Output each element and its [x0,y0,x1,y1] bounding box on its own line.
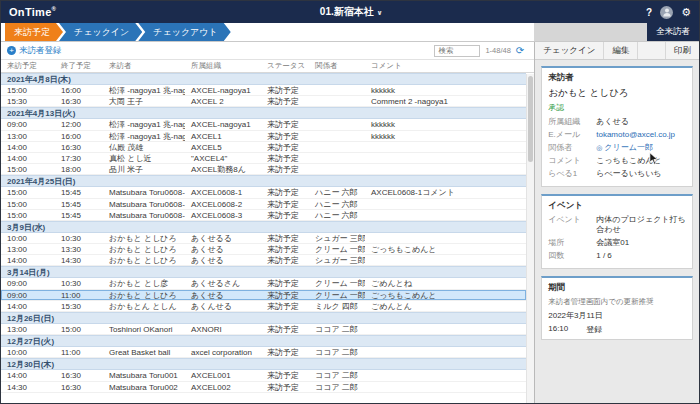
period-section-title: 期間 [548,282,686,294]
cell-end: 12:00 [55,119,103,129]
cell-start: 15:30 [1,96,55,106]
cell-comment: kkkkkk [365,119,526,129]
cell-visitor: おかもとん としん [103,301,185,311]
cell-status: 来訪予定 [261,301,309,311]
table-row[interactable]: 09:0012:00松澤 -nagoya1 兆-nagoya1AXCEL-nag… [1,119,526,130]
cell-status: 来訪予定 [261,255,309,265]
panel-checkin-button[interactable]: チェックイン [535,42,604,59]
cell-related: ココア 二郎 [309,324,365,334]
field-value[interactable]: tokamoto@axcel.co.jp [596,130,686,140]
table-row[interactable]: 13:0015:00Toshinori OKanoriAXNORI来訪予定ココア… [1,324,526,335]
table-row[interactable]: 13:0016:00松澤 -nagoya1 兆-nagoya1AXCEL1来訪予… [1,131,526,142]
table-row[interactable]: 14:0016:30Matsubara Toru001AXCEL001来訪予定コ… [1,370,526,381]
column-header: ステータス [261,61,309,71]
cell-start: 15:00 [1,85,55,95]
table-row[interactable]: 10:0011:00Great Basket ballaxcel corpora… [1,347,526,358]
column-header: 来訪者 [103,61,185,71]
person-circle-icon: ◎ [596,144,602,153]
date-group-header[interactable]: 2021年4月25日(日) [1,175,526,187]
cell-start: 14:00 [1,142,55,152]
table-row[interactable]: 15:0016:00松澤 -nagoya1 兆-nagoya1AXCEL-nag… [1,85,526,96]
detail-field: E.メールtokamoto@axcel.co.jp [548,130,686,140]
cell-related: クリーム 一郎 [309,290,365,300]
field-label: 回数 [548,251,596,261]
date-group-header[interactable]: 12月27日(火) [1,335,526,347]
cell-related: ココア 二郎 [309,347,365,357]
date-group-header[interactable]: 12月26日(日) [1,312,526,324]
table-row[interactable]: 09:0010:30おかもと とし彦あくせるさん来訪予定クリーム 一郎ごめんとね [1,278,526,289]
cell-org: あくせる [185,290,261,300]
table-row[interactable]: 15:3016:30大岡 王子AXCEL 2来訪予定Comment 2 -nag… [1,96,526,107]
detail-field: コメントこっちもこめんと [548,156,686,166]
cell-start: 15:00 [1,199,55,209]
event-fields: イベント内体のプロジェクト打ち合わせ場所会議室01回数1 / 6 [548,215,686,261]
table-row[interactable]: 15:0015:45Matsubara Toru0608-2AXCEL0608-… [1,199,526,210]
detail-panel-body: 来訪者 おかもと としひろ 承認 所属組織あくせるE.メールtokamoto@a… [535,60,699,403]
field-value: こっちもこめんと [596,156,686,166]
tab-checkout[interactable]: チェックアウト [138,23,230,41]
date-group-header[interactable]: 2021年4月8日(木) [1,73,526,85]
cell-comment [365,233,526,243]
table-row[interactable]: 14:0015:30おかもとん としんあくんせる来訪予定ミルク 四郎ごめんとん [1,301,526,312]
cell-org: あくせる [185,244,261,254]
location-selector[interactable]: 01.新宿本社∨ [56,5,646,19]
cell-status: 来訪予定 [261,347,309,357]
search-input[interactable] [434,45,480,57]
cell-related: ココア 二郎 [309,382,365,392]
scrollbar-thumb[interactable] [528,76,533,162]
cell-status: 来訪予定 [261,244,309,254]
table-row[interactable]: 14:0014:30おかもと としひろあくせる来訪予定シュガー 三郎 [1,255,526,266]
cell-comment [365,199,526,209]
all-visitors-button[interactable]: 全来訪者 [647,23,699,41]
column-header: 来訪予定 [1,61,55,71]
cell-org: AXCEL0608-1 [185,187,261,197]
cell-start: 13:00 [1,131,55,141]
table-row[interactable]: 14:0016:30仏殿 茂雄AXCEL5来訪予定 [1,142,526,153]
cell-related [309,85,365,95]
user-avatar[interactable] [660,6,673,19]
cell-visitor: おかもと とし彦 [103,278,185,288]
table-row[interactable]: 14:0017:30真松 とし近"AXCEL4"来訪予定 [1,153,526,164]
cell-end: 15:30 [55,301,103,311]
tab-bar: 来訪予定チェックインチェックアウト 全来訪者 [1,23,699,42]
cell-visitor: おかもと としひろ [103,290,185,300]
cell-start: 14:30 [1,382,55,392]
tab-visit-schedule[interactable]: 来訪予定 [5,23,63,41]
cell-start: 14:00 [1,153,55,163]
date-group-header[interactable]: 3月14日(月) [1,266,526,278]
table-row[interactable]: 13:0013:30おかもと としひろあくせる来訪予定クリーム 一郎ごっちもこめ… [1,244,526,255]
table-row[interactable]: 15:0018:00品川 米子AXCEL勤務8ん来訪予定 [1,164,526,175]
cell-end: 17:30 [55,153,103,163]
table-row[interactable]: 15:0015:45Matsubara Toru0608-3AXCEL0608-… [1,210,526,221]
table-row[interactable]: 10:0010:30おかもと としひろあくせるる来訪予定シュガー 三郎 [1,233,526,244]
cell-status: 来訪予定 [261,210,309,220]
tab-checkin[interactable]: チェックイン [59,23,142,41]
table-row[interactable]: 14:3016:30Matsubara Toru002AXCEL002来訪予定コ… [1,382,526,393]
cell-end: 10:30 [55,233,103,243]
cell-status: 来訪予定 [261,233,309,243]
cell-visitor: Matsubara Toru0608-3 [103,210,185,220]
cell-org: あくせる [185,255,261,265]
date-group-header[interactable]: 3月9日(水) [1,221,526,233]
vertical-scrollbar[interactable] [526,74,534,403]
detail-field: イベント内体のプロジェクト打ち合わせ [548,215,686,235]
cell-comment: kkkkkk [365,131,526,141]
date-group-header[interactable]: 12月30日(木) [1,358,526,370]
cell-start: 15:00 [1,187,55,197]
gear-icon[interactable]: ⚙ [681,7,691,18]
panel-edit-button[interactable]: 編集 [604,42,638,59]
field-value[interactable]: ◎クリーム一郎 [596,143,686,153]
help-icon[interactable]: ? [646,7,652,18]
date-group-header[interactable]: 2021年4月13日(火) [1,107,526,119]
field-value: らべーるいちいち [596,169,686,179]
refresh-icon[interactable]: ⟳ [516,46,524,56]
cell-end: 11:00 [55,347,103,357]
cell-org: AXCEL5 [185,142,261,152]
column-header: 関係者 [309,61,365,71]
register-visitor-button[interactable]: + 来訪者登録 [7,45,62,57]
table-row[interactable]: 15:0015:45Matsubara Toru0608-1AXCEL0608-… [1,187,526,198]
cell-end: 16:30 [55,142,103,152]
period-date: 2022年3月11日 [548,310,686,321]
panel-print-button[interactable]: 印刷 [665,42,699,59]
table-row[interactable]: 09:0011:00おかもと としひろあくせる来訪予定クリーム 一郎ごっちもこめ… [1,290,526,301]
